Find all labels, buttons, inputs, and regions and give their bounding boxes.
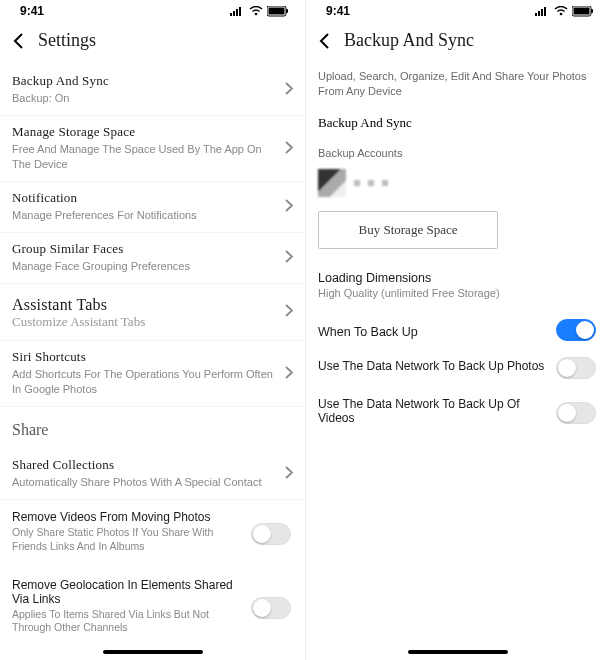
section-sub: Customize Assistant Tabs [12, 314, 273, 330]
wifi-icon [554, 6, 568, 16]
chevron-right-icon [285, 249, 293, 267]
svg-rect-0 [230, 13, 232, 16]
toggle-remove-geo[interactable] [251, 597, 291, 619]
row-notification[interactable]: Notification Manage Preferences For Noti… [0, 182, 305, 233]
svg-rect-2 [236, 9, 238, 16]
home-indicator[interactable] [408, 650, 508, 654]
page-title: Settings [38, 30, 96, 51]
row-title: Use The Data Network To Back Up Of Video… [318, 397, 550, 425]
signal-icon [230, 6, 245, 16]
row-title: Notification [12, 190, 273, 206]
status-time: 9:41 [326, 4, 350, 18]
row-sub: High Quality (unlimited Free Storage) [318, 287, 598, 299]
row-sub: Applies To Items Shared Via Links But No… [12, 608, 245, 635]
page-description: Upload, Search, Organize, Edit And Share… [306, 65, 610, 109]
row-sub: Manage Preferences For Notifications [12, 208, 273, 222]
chevron-right-icon [285, 81, 293, 99]
battery-icon [572, 6, 594, 17]
row-assistant-tabs[interactable]: Assistant Tabs Customize Assistant Tabs [0, 284, 305, 341]
status-bar: 9:41 [306, 0, 610, 20]
back-icon[interactable] [316, 32, 334, 50]
svg-rect-3 [239, 7, 241, 16]
chevron-right-icon [285, 365, 293, 383]
row-sub: Automatically Share Photos With A Specia… [12, 475, 273, 489]
row-title: Remove Geolocation In Elements Shared Vi… [12, 578, 245, 606]
svg-rect-7 [286, 9, 288, 13]
row-sub: Free And Manage The Space Used By The Ap… [12, 142, 273, 171]
row-title: Siri Shortcuts [12, 349, 273, 365]
svg-rect-14 [574, 7, 590, 14]
svg-rect-6 [269, 7, 285, 14]
status-icons [535, 6, 594, 17]
phone-left-settings: 9:41 Settings Backup And Sync Backup: On… [0, 0, 305, 660]
back-icon[interactable] [10, 32, 28, 50]
chevron-right-icon [285, 303, 293, 321]
row-backup-sync-toggle: Backup And Sync [306, 109, 610, 137]
toggle-label: Backup And Sync [318, 115, 412, 131]
svg-rect-1 [233, 11, 235, 16]
svg-rect-10 [541, 9, 543, 16]
section-title: Assistant Tabs [12, 296, 273, 314]
toggle-backup-sync[interactable] [556, 319, 596, 341]
row-title: Shared Collections [12, 457, 273, 473]
row-sub: Manage Face Grouping Preferences [12, 259, 273, 273]
row-remove-geo: Remove Geolocation In Elements Shared Vi… [0, 568, 305, 649]
svg-point-4 [255, 13, 258, 16]
row-title: Manage Storage Space [12, 124, 273, 140]
wifi-icon [249, 6, 263, 16]
row-manage-storage[interactable]: Manage Storage Space Free And Manage The… [0, 116, 305, 182]
svg-rect-11 [544, 7, 546, 16]
row-sub: Backup: On [12, 91, 273, 105]
row-title: Backup And Sync [12, 73, 273, 89]
chevron-right-icon [285, 465, 293, 483]
toggle-data-videos[interactable] [556, 402, 596, 424]
home-indicator[interactable] [103, 650, 203, 654]
row-title: Group Similar Faces [12, 241, 273, 257]
row-shared-collections[interactable]: Shared Collections Automatically Share P… [0, 449, 305, 500]
toggle-data-photos[interactable] [556, 357, 596, 379]
header: Settings [0, 20, 305, 65]
row-group-faces[interactable]: Group Similar Faces Manage Face Grouping… [0, 233, 305, 284]
phone-right-backup: 9:41 Backup And Sync Upload, Search, Org… [305, 0, 610, 660]
svg-rect-15 [591, 9, 593, 13]
row-remove-videos: Remove Videos From Moving Photos Only Sh… [0, 500, 305, 567]
account-blurred [354, 180, 388, 186]
signal-icon [535, 6, 550, 16]
row-sub: Add Shortcuts For The Operations You Per… [12, 367, 273, 396]
avatar [318, 169, 346, 197]
row-title: Remove Videos From Moving Photos [12, 510, 245, 524]
chevron-right-icon [285, 140, 293, 158]
row-siri-shortcuts[interactable]: Siri Shortcuts Add Shortcuts For The Ope… [0, 341, 305, 407]
row-sub: Only Share Static Photos If You Share Wi… [12, 526, 245, 553]
row-data-videos: Use The Data Network To Back Up Of Video… [306, 387, 610, 439]
settings-list: Backup And Sync Backup: On Manage Storag… [0, 65, 305, 660]
battery-icon [267, 6, 289, 17]
chevron-right-icon [285, 198, 293, 216]
page-title: Backup And Sync [344, 30, 474, 51]
buy-storage-button[interactable]: Buy Storage Space [318, 211, 498, 249]
toggle-remove-videos[interactable] [251, 523, 291, 545]
row-data-photos: Use The Data Network To Back Up Photos [306, 349, 610, 387]
row-loading-dimensions[interactable]: Loading Dimensions High Quality (unlimit… [306, 261, 610, 309]
svg-point-12 [560, 13, 563, 16]
header: Backup And Sync [306, 20, 610, 65]
status-icons [230, 6, 289, 17]
status-time: 9:41 [20, 4, 44, 18]
row-title: Use The Data Network To Back Up Photos [318, 359, 550, 373]
svg-rect-8 [535, 13, 537, 16]
share-header: Share [0, 407, 305, 449]
svg-rect-9 [538, 11, 540, 16]
row-title: Loading Dimensions [318, 271, 598, 285]
account-row[interactable] [306, 161, 610, 205]
row-backup-sync[interactable]: Backup And Sync Backup: On [0, 65, 305, 116]
status-bar: 9:41 [0, 0, 305, 20]
backup-accounts-label: Backup Accounts [306, 137, 610, 161]
